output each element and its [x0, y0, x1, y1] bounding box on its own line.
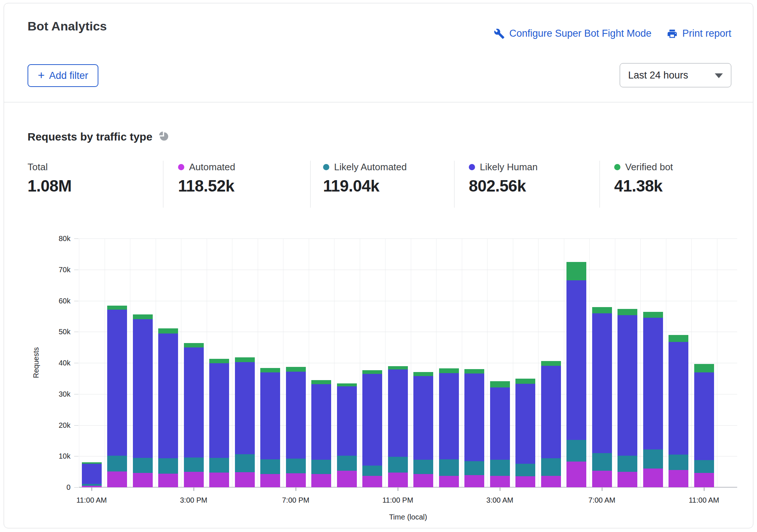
stat-value: 118.52k	[178, 177, 234, 195]
stat-label-text: Likely Human	[480, 161, 538, 173]
pie-chart-icon	[158, 131, 169, 144]
chart-bar[interactable]	[82, 238, 102, 487]
chart-bar[interactable]	[235, 238, 255, 487]
bar-segment-verified-bot	[413, 372, 433, 376]
x-axis-tick-label: 7:00 PM	[270, 496, 322, 504]
bar-segment-automated	[311, 474, 331, 487]
chart-bar[interactable]	[260, 238, 280, 487]
x-axis-tick	[704, 488, 705, 491]
bar-segment-likely-automated	[158, 458, 178, 474]
y-axis-tick	[74, 238, 79, 239]
bar-segment-likely-automated	[286, 459, 306, 473]
bar-segment-verified-bot	[617, 309, 637, 316]
chart-bar[interactable]	[643, 238, 663, 487]
bar-segment-likely-human	[209, 363, 229, 458]
bar-segment-likely-automated	[82, 484, 102, 486]
bar-segment-verified-bot	[82, 462, 102, 463]
print-report-link[interactable]: Print report	[667, 28, 731, 39]
bar-segment-verified-bot	[669, 335, 688, 342]
bar-segment-likely-automated	[490, 460, 510, 476]
bar-segment-likely-human	[82, 464, 102, 484]
chart-bar[interactable]	[541, 238, 561, 487]
bar-segment-likely-human	[464, 374, 484, 461]
bar-segment-verified-bot	[362, 370, 382, 374]
legend-dot	[323, 164, 329, 170]
stat-label-text: Likely Automated	[334, 161, 407, 173]
add-filter-button[interactable]: + Add filter	[28, 64, 98, 87]
bar-segment-verified-bot	[388, 366, 408, 369]
bar-segment-likely-human	[541, 366, 561, 458]
bar-segment-likely-human	[133, 319, 153, 458]
stat-label-text: Automated	[189, 161, 235, 173]
chart-bar[interactable]	[286, 238, 306, 487]
chart-bar[interactable]	[669, 238, 688, 487]
bar-segment-automated	[209, 473, 229, 487]
x-axis-tick	[193, 488, 194, 491]
bar-segment-verified-bot	[235, 357, 255, 362]
chart-bar[interactable]	[515, 238, 535, 487]
time-range-dropdown[interactable]: Last 24 hours	[620, 63, 731, 87]
bar-segment-likely-automated	[260, 459, 280, 474]
bar-segment-likely-human	[362, 374, 382, 466]
stat-column-divider	[310, 161, 311, 208]
chart-bar[interactable]	[617, 238, 637, 487]
chart-bar[interactable]	[439, 238, 459, 487]
y-axis-tick	[74, 301, 79, 301]
chart-bar[interactable]	[566, 238, 586, 487]
y-axis-tick-label: 60k	[41, 297, 70, 305]
bar-segment-verified-bot	[464, 369, 484, 374]
bar-segment-automated	[566, 462, 586, 487]
chart-bar[interactable]	[362, 238, 382, 487]
chart-bar[interactable]	[158, 238, 178, 487]
bar-segment-verified-bot	[184, 343, 204, 347]
y-axis-tick-label: 0	[41, 484, 70, 491]
bar-segment-verified-bot	[643, 312, 663, 318]
x-axis-tick	[91, 488, 92, 491]
chart-bar[interactable]	[694, 238, 714, 487]
y-axis-tick-label: 30k	[41, 390, 70, 398]
stat-value: 41.38k	[614, 177, 663, 195]
legend-dot	[469, 164, 475, 170]
bar-segment-automated	[515, 476, 535, 488]
chart-bar[interactable]	[311, 238, 331, 487]
bar-segment-likely-human	[490, 387, 510, 460]
bar-segment-verified-bot	[107, 306, 127, 310]
bar-segment-likely-automated	[209, 458, 229, 473]
bar-segment-likely-human	[184, 347, 204, 458]
x-axis-tick-label: 11:00 AM	[678, 496, 730, 504]
bar-segment-automated	[617, 472, 637, 487]
bar-segment-automated	[286, 473, 306, 487]
stat-label-likely-automated: Likely Automated	[323, 161, 407, 173]
chart-bar[interactable]	[464, 238, 484, 487]
bar-segment-verified-bot	[515, 379, 535, 384]
bar-segment-automated	[694, 473, 714, 487]
x-axis-tick-label: 11:00 PM	[372, 496, 424, 504]
bar-segment-automated	[669, 470, 688, 487]
header-divider	[4, 102, 753, 102]
chart-bar[interactable]	[413, 238, 433, 487]
configure-super-bot-fight-mode-link[interactable]: Configure Super Bot Fight Mode	[494, 28, 651, 39]
chart-bar[interactable]	[388, 238, 408, 487]
bar-segment-likely-human	[235, 362, 255, 454]
y-axis-tick	[74, 487, 79, 488]
bar-segment-likely-automated	[362, 466, 382, 476]
stat-value: 119.04k	[323, 177, 379, 195]
stat-label-text: Verified bot	[625, 161, 673, 173]
bar-segment-automated	[260, 474, 280, 487]
stat-value: 802.56k	[469, 177, 526, 195]
chart-bar[interactable]	[133, 238, 153, 487]
chart-bar[interactable]	[337, 238, 357, 487]
chart-bar[interactable]	[490, 238, 510, 487]
bar-segment-likely-automated	[566, 440, 586, 461]
bar-segment-likely-automated	[694, 460, 714, 473]
bar-segment-verified-bot	[286, 367, 306, 372]
bar-segment-verified-bot	[592, 307, 612, 313]
bar-segment-automated	[362, 476, 382, 487]
stat-label-total: Total	[28, 161, 48, 173]
chart-bar[interactable]	[184, 238, 204, 487]
chart-bar[interactable]	[209, 238, 229, 487]
bar-segment-likely-automated	[311, 460, 331, 474]
chart-bar[interactable]	[107, 238, 127, 487]
chart-bar[interactable]	[592, 238, 612, 487]
bar-segment-likely-automated	[541, 458, 561, 475]
